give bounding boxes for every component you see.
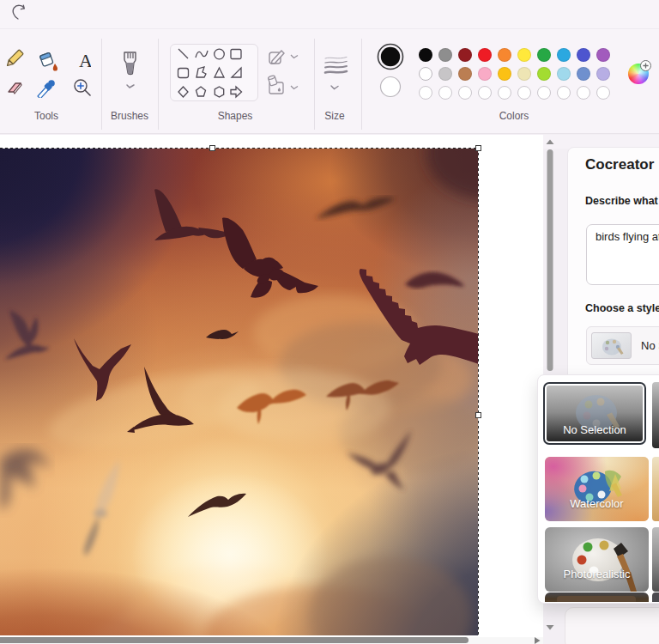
svg-text:A: A — [79, 50, 91, 71]
